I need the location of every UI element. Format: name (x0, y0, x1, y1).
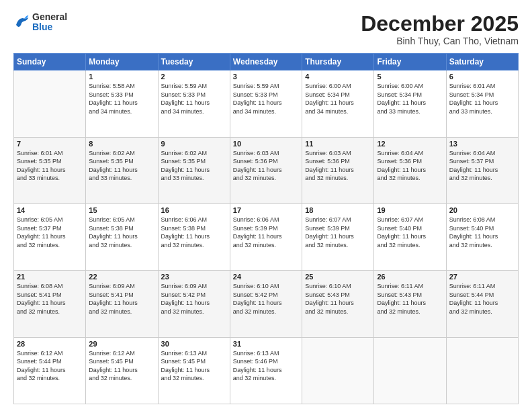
calendar-week-row: 7Sunrise: 6:01 AM Sunset: 5:35 PM Daylig… (14, 137, 519, 203)
weekday-header-row: SundayMondayTuesdayWednesdayThursdayFrid… (14, 54, 519, 71)
calendar-cell: 28Sunrise: 6:12 AM Sunset: 5:44 PM Dayli… (14, 337, 86, 404)
calendar-cell: 17Sunrise: 6:06 AM Sunset: 5:39 PM Dayli… (230, 203, 302, 270)
day-number: 1 (89, 73, 154, 81)
day-info: Sunrise: 6:10 AM Sunset: 5:43 PM Dayligh… (305, 282, 371, 316)
day-info: Sunrise: 5:59 AM Sunset: 5:33 PM Dayligh… (161, 82, 227, 116)
calendar-cell: 7Sunrise: 6:01 AM Sunset: 5:35 PM Daylig… (14, 137, 86, 203)
day-info: Sunrise: 6:03 AM Sunset: 5:36 PM Dayligh… (305, 149, 371, 183)
day-info: Sunrise: 6:04 AM Sunset: 5:37 PM Dayligh… (449, 149, 515, 183)
calendar-title: December 2025 (361, 12, 519, 36)
day-number: 8 (89, 140, 154, 148)
day-info: Sunrise: 6:06 AM Sunset: 5:39 PM Dayligh… (233, 216, 299, 249)
day-number: 4 (305, 73, 371, 81)
calendar-cell: 4Sunrise: 6:00 AM Sunset: 5:34 PM Daylig… (302, 71, 374, 137)
weekday-header-sunday: Sunday (14, 54, 86, 71)
day-info: Sunrise: 6:06 AM Sunset: 5:38 PM Dayligh… (161, 216, 227, 249)
calendar-cell: 31Sunrise: 6:13 AM Sunset: 5:46 PM Dayli… (230, 337, 302, 404)
day-info: Sunrise: 6:13 AM Sunset: 5:45 PM Dayligh… (161, 349, 227, 383)
calendar-cell: 18Sunrise: 6:07 AM Sunset: 5:39 PM Dayli… (302, 203, 374, 270)
logo: General Blue (13, 12, 67, 33)
day-info: Sunrise: 6:10 AM Sunset: 5:42 PM Dayligh… (233, 282, 299, 316)
calendar-week-row: 14Sunrise: 6:05 AM Sunset: 5:37 PM Dayli… (14, 203, 519, 270)
day-number: 24 (233, 273, 299, 281)
day-number: 17 (233, 206, 299, 214)
day-number: 9 (161, 140, 227, 148)
day-info: Sunrise: 6:04 AM Sunset: 5:36 PM Dayligh… (377, 149, 443, 183)
calendar-cell: 27Sunrise: 6:11 AM Sunset: 5:44 PM Dayli… (446, 271, 518, 337)
calendar-cell (446, 337, 518, 404)
day-info: Sunrise: 6:11 AM Sunset: 5:44 PM Dayligh… (449, 282, 515, 316)
day-info: Sunrise: 6:00 AM Sunset: 5:34 PM Dayligh… (377, 82, 443, 116)
day-number: 18 (305, 206, 371, 214)
day-info: Sunrise: 6:02 AM Sunset: 5:35 PM Dayligh… (161, 149, 227, 183)
day-number: 10 (233, 140, 299, 148)
calendar-cell: 26Sunrise: 6:11 AM Sunset: 5:43 PM Dayli… (374, 271, 446, 337)
calendar-cell: 1Sunrise: 5:58 AM Sunset: 5:33 PM Daylig… (86, 71, 158, 137)
day-number: 12 (377, 140, 443, 148)
day-number: 23 (161, 273, 227, 281)
day-number: 25 (305, 273, 371, 281)
day-number: 31 (233, 340, 299, 348)
day-number: 27 (449, 273, 515, 281)
day-info: Sunrise: 6:07 AM Sunset: 5:39 PM Dayligh… (305, 216, 371, 249)
weekday-header-thursday: Thursday (302, 54, 374, 71)
day-info: Sunrise: 6:08 AM Sunset: 5:40 PM Dayligh… (449, 216, 515, 249)
calendar-cell: 24Sunrise: 6:10 AM Sunset: 5:42 PM Dayli… (230, 271, 302, 337)
day-number: 19 (377, 206, 443, 214)
calendar-cell: 22Sunrise: 6:09 AM Sunset: 5:41 PM Dayli… (86, 271, 158, 337)
page: General Blue December 2025 Binh Thuy, Ca… (0, 0, 532, 411)
calendar-cell: 14Sunrise: 6:05 AM Sunset: 5:37 PM Dayli… (14, 203, 86, 270)
weekday-header-tuesday: Tuesday (158, 54, 230, 71)
day-info: Sunrise: 5:58 AM Sunset: 5:33 PM Dayligh… (89, 82, 154, 116)
day-number: 2 (161, 73, 227, 81)
calendar-cell: 6Sunrise: 6:01 AM Sunset: 5:34 PM Daylig… (446, 71, 518, 137)
day-number: 6 (449, 73, 515, 81)
day-number: 13 (449, 140, 515, 148)
calendar-cell: 29Sunrise: 6:12 AM Sunset: 5:45 PM Dayli… (86, 337, 158, 404)
calendar-cell: 8Sunrise: 6:02 AM Sunset: 5:35 PM Daylig… (86, 137, 158, 203)
day-number: 29 (89, 340, 154, 348)
calendar-cell: 23Sunrise: 6:09 AM Sunset: 5:42 PM Dayli… (158, 271, 230, 337)
title-block: December 2025 Binh Thuy, Can Tho, Vietna… (361, 12, 519, 46)
calendar-cell: 3Sunrise: 5:59 AM Sunset: 5:33 PM Daylig… (230, 71, 302, 137)
calendar-cell (14, 71, 86, 137)
weekday-header-monday: Monday (86, 54, 158, 71)
day-number: 14 (17, 206, 83, 214)
day-number: 3 (233, 73, 299, 81)
day-info: Sunrise: 6:05 AM Sunset: 5:37 PM Dayligh… (17, 216, 83, 249)
logo-icon (13, 14, 30, 30)
calendar-table: SundayMondayTuesdayWednesdayThursdayFrid… (13, 53, 519, 404)
calendar-cell: 10Sunrise: 6:03 AM Sunset: 5:36 PM Dayli… (230, 137, 302, 203)
calendar-cell: 5Sunrise: 6:00 AM Sunset: 5:34 PM Daylig… (374, 71, 446, 137)
day-info: Sunrise: 6:08 AM Sunset: 5:41 PM Dayligh… (17, 282, 83, 316)
calendar-week-row: 28Sunrise: 6:12 AM Sunset: 5:44 PM Dayli… (14, 337, 519, 404)
day-info: Sunrise: 5:59 AM Sunset: 5:33 PM Dayligh… (233, 82, 299, 116)
day-info: Sunrise: 6:05 AM Sunset: 5:38 PM Dayligh… (89, 216, 154, 249)
calendar-cell: 13Sunrise: 6:04 AM Sunset: 5:37 PM Dayli… (446, 137, 518, 203)
day-number: 16 (161, 206, 227, 214)
day-info: Sunrise: 6:02 AM Sunset: 5:35 PM Dayligh… (89, 149, 154, 183)
calendar-cell: 19Sunrise: 6:07 AM Sunset: 5:40 PM Dayli… (374, 203, 446, 270)
logo-text: General Blue (32, 12, 67, 33)
day-number: 21 (17, 273, 83, 281)
calendar-cell: 20Sunrise: 6:08 AM Sunset: 5:40 PM Dayli… (446, 203, 518, 270)
header: General Blue December 2025 Binh Thuy, Ca… (13, 12, 519, 46)
day-number: 5 (377, 73, 443, 81)
day-info: Sunrise: 6:09 AM Sunset: 5:41 PM Dayligh… (89, 282, 154, 316)
calendar-cell: 2Sunrise: 5:59 AM Sunset: 5:33 PM Daylig… (158, 71, 230, 137)
calendar-cell: 25Sunrise: 6:10 AM Sunset: 5:43 PM Dayli… (302, 271, 374, 337)
calendar-cell: 9Sunrise: 6:02 AM Sunset: 5:35 PM Daylig… (158, 137, 230, 203)
calendar-cell: 12Sunrise: 6:04 AM Sunset: 5:36 PM Dayli… (374, 137, 446, 203)
day-number: 7 (17, 140, 83, 148)
calendar-subtitle: Binh Thuy, Can Tho, Vietnam (361, 36, 519, 46)
calendar-cell (374, 337, 446, 404)
day-info: Sunrise: 6:11 AM Sunset: 5:43 PM Dayligh… (377, 282, 443, 316)
calendar-cell: 15Sunrise: 6:05 AM Sunset: 5:38 PM Dayli… (86, 203, 158, 270)
day-info: Sunrise: 6:01 AM Sunset: 5:35 PM Dayligh… (17, 149, 83, 183)
calendar-week-row: 1Sunrise: 5:58 AM Sunset: 5:33 PM Daylig… (14, 71, 519, 137)
day-info: Sunrise: 6:12 AM Sunset: 5:44 PM Dayligh… (17, 349, 83, 383)
calendar-cell (302, 337, 374, 404)
day-info: Sunrise: 6:12 AM Sunset: 5:45 PM Dayligh… (89, 349, 154, 383)
calendar-cell: 16Sunrise: 6:06 AM Sunset: 5:38 PM Dayli… (158, 203, 230, 270)
calendar-cell: 21Sunrise: 6:08 AM Sunset: 5:41 PM Dayli… (14, 271, 86, 337)
